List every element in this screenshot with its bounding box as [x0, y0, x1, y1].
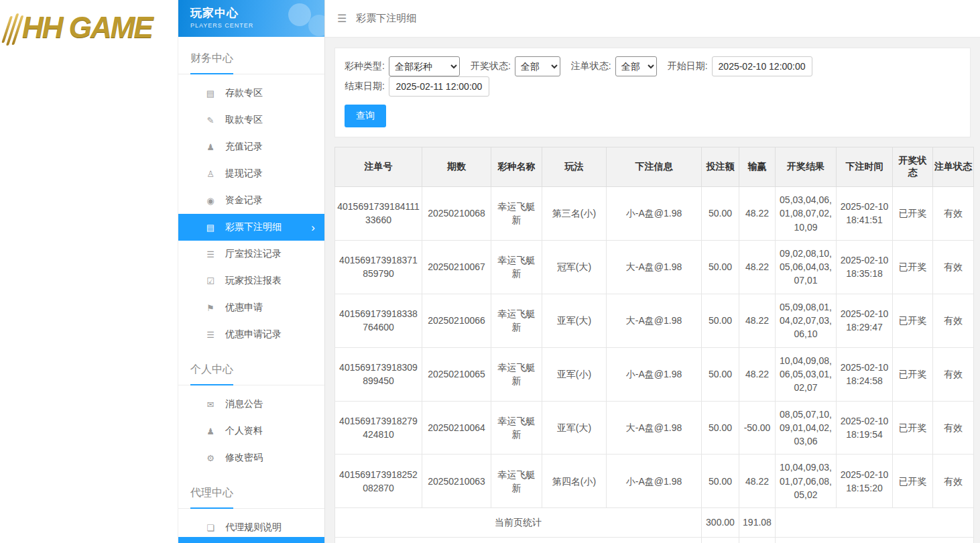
lottery-cell: 幸运飞艇新	[491, 240, 542, 294]
lottery-cell: 幸运飞艇新	[491, 347, 542, 401]
period-cell: 20250210068	[422, 187, 491, 241]
sidebar-item-funds-records[interactable]: ◉资金记录	[178, 187, 324, 214]
sidebar-item-profile[interactable]: ♟个人资料	[178, 418, 324, 444]
bet-id-cell: 401569173918309899450	[335, 347, 422, 401]
order-status-select[interactable]: 全部	[615, 56, 657, 76]
sidebar-item-lottery-bet-details[interactable]: ▤彩票下注明细›	[178, 214, 324, 241]
bet-info-cell: 大-A盘@1.98	[607, 401, 702, 455]
sidebar-item-promo-apply-records[interactable]: ☰优惠申请记录	[178, 321, 324, 348]
lottery-type-select[interactable]: 全部彩种	[389, 56, 460, 76]
gear-icon: ⚙	[205, 453, 216, 463]
draw-status-cell: 已开奖	[893, 240, 933, 294]
amount-cell: 50.00	[702, 401, 739, 455]
bets-table-panel: 注单号期数彩种名称玩法下注信息投注额输赢开奖结果下注时间开奖状态注单状态 401…	[334, 147, 971, 543]
table-body: 40156917391841113366020250210068幸运飞艇新第三名…	[335, 187, 974, 543]
logo-text: HH GAME	[22, 11, 152, 44]
bet-time-cell: 2025-02-10 18:41:51	[837, 187, 893, 241]
summary-label: 总统计	[335, 537, 702, 543]
column-header: 开奖结果	[776, 147, 837, 187]
order-status-cell: 有效	[933, 240, 974, 294]
play-cell: 第四名(小)	[542, 455, 607, 508]
sidebar-item-agent-rules[interactable]: ❏代理规则说明	[178, 514, 324, 541]
draw-status-cell: 已开奖	[893, 187, 933, 241]
bet-id-cell: 401569173918279424810	[335, 401, 422, 455]
amount-cell: 50.00	[702, 187, 739, 241]
sidebar-item-announcements[interactable]: ✉消息公告	[178, 391, 324, 418]
period-cell: 20250210065	[422, 347, 491, 401]
bet-id-cell: 401569173918252082870	[335, 455, 422, 508]
table-row: 40156917391841113366020250210068幸运飞艇新第三名…	[335, 187, 974, 241]
lottery-type-filter: 彩种类型: 全部彩种	[345, 56, 460, 76]
logo-swirl-icon	[1, 16, 23, 46]
end-date-label: 结束日期:	[345, 80, 385, 93]
sidebar-item-withdraw-zone[interactable]: ✎取款专区	[178, 107, 324, 133]
amount-cell: 50.00	[702, 240, 739, 294]
bet-time-cell: 2025-02-10 18:35:18	[837, 240, 893, 294]
content: 彩种类型: 全部彩种 开奖状态: 全部 注单状态:	[325, 38, 980, 543]
sidebar-item-hall-bet-records[interactable]: ☰厅室投注记录	[178, 241, 324, 267]
sidebar-item-recharge-records[interactable]: ♟充值记录	[178, 133, 324, 160]
lottery-cell: 幸运飞艇新	[491, 294, 542, 347]
end-date-filter: 结束日期:	[345, 76, 489, 97]
bet-time-cell: 2025-02-10 18:19:54	[837, 401, 893, 455]
end-date-input[interactable]	[389, 76, 489, 97]
lottery-cell: 幸运飞艇新	[491, 455, 542, 508]
sidebar-item-player-bet-report[interactable]: ☑玩家投注报表	[178, 267, 324, 294]
sidebar-item-withdrawal-records[interactable]: ♙提现记录	[178, 160, 324, 187]
sidebar-title: 玩家中心	[190, 5, 324, 21]
sidebar-item-promo-apply[interactable]: ⚑优惠申请	[178, 294, 324, 321]
sidebar-item-label: 充值记录	[225, 141, 263, 153]
sidebar-item-deposit-zone[interactable]: ▤存款专区	[178, 80, 324, 107]
hamburger-menu-icon[interactable]: ☰	[337, 12, 347, 25]
period-cell: 20250210067	[422, 240, 491, 294]
topbar: ☰ 彩票下注明细	[325, 0, 980, 38]
bet-info-cell: 小-A盘@1.98	[607, 347, 702, 401]
sidebar-item-label: 代理规则说明	[225, 522, 282, 534]
order-status-cell: 有效	[933, 401, 974, 455]
sidebar-item-label: 彩票下注明细	[225, 221, 282, 233]
table-row: 40156917391830989945020250210065幸运飞艇新亚军(…	[335, 347, 974, 401]
summary-win-loss-cell: 191.08	[739, 537, 776, 543]
sidebar-item-change-password[interactable]: ⚙修改密码	[178, 444, 324, 471]
play-cell: 亚军(大)	[542, 294, 607, 347]
hall-bet-records-icon: ☰	[205, 249, 216, 259]
draw-status-label: 开奖状态:	[471, 60, 511, 72]
query-button[interactable]: 查询	[345, 105, 386, 127]
sidebar: 玩家中心 PLAYERS CENTER 财务中心▤存款专区✎取款专区♟充值记录♙…	[178, 0, 325, 543]
period-cell: 20250210064	[422, 401, 491, 455]
lottery-cell: 幸运飞艇新	[491, 187, 542, 241]
column-header: 下注时间	[837, 147, 893, 187]
period-cell: 20250210066	[422, 294, 491, 347]
deposit-icon: ▤	[205, 88, 216, 99]
order-status-label: 注单状态:	[571, 60, 611, 72]
amount-cell: 50.00	[702, 455, 739, 508]
sidebar-header: 玩家中心 PLAYERS CENTER	[178, 0, 324, 37]
sidebar-nav: 财务中心▤存款专区✎取款专区♟充值记录♙提现记录◉资金记录▤彩票下注明细›☰厅室…	[178, 37, 324, 543]
page-title: 彩票下注明细	[356, 12, 416, 25]
result-cell: 10,04,09,03,01,07,06,08,05,02	[776, 455, 837, 508]
sidebar-item-label: 修改密码	[225, 452, 263, 464]
promo-apply-records-icon: ☰	[205, 330, 216, 340]
withdrawal-records-icon: ♙	[205, 169, 216, 179]
draw-status-cell: 已开奖	[893, 455, 933, 508]
sidebar-item-label: 个人资料	[225, 425, 263, 437]
play-cell: 亚军(大)	[542, 401, 607, 455]
win-loss-cell: -50.00	[739, 401, 776, 455]
draw-status-select[interactable]: 全部	[515, 56, 560, 76]
table-header-row: 注单号期数彩种名称玩法下注信息投注额输赢开奖结果下注时间开奖状态注单状态	[335, 147, 974, 187]
column-header: 开奖状态	[893, 147, 933, 187]
column-header: 投注额	[702, 147, 739, 187]
bet-info-cell: 小-A盘@1.98	[607, 187, 702, 241]
withdraw-icon: ✎	[205, 115, 216, 125]
table-row: 40156917391833876460020250210066幸运飞艇新亚军(…	[335, 294, 974, 347]
sidebar-item-label: 存款专区	[225, 87, 263, 99]
start-date-input[interactable]	[712, 56, 812, 76]
page-summary-row: 当前页统计300.00191.08	[335, 508, 974, 537]
draw-status-cell: 已开奖	[893, 401, 933, 455]
lottery-bet-details-icon: ▤	[205, 223, 216, 233]
recharge-records-icon: ♟	[205, 142, 216, 152]
order-status-cell: 有效	[933, 294, 974, 347]
bet-id-cell: 401569173918338764600	[335, 294, 422, 347]
page: HH GAME 玩家中心 PLAYERS CENTER 财务中心▤存款专区✎取款…	[0, 0, 980, 543]
sidebar-item-label: 消息公告	[225, 398, 263, 410]
